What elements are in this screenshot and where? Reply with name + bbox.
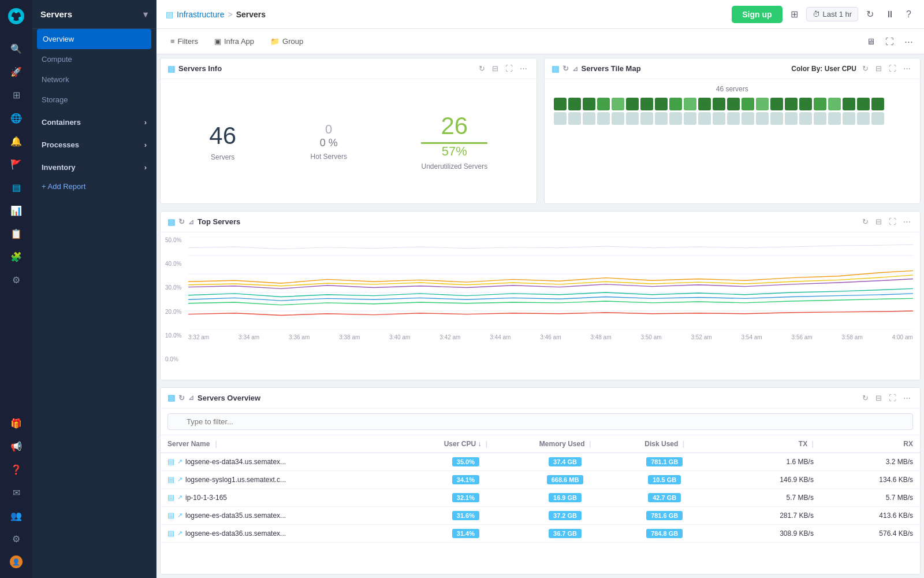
panel-minimize-btn[interactable]: ⊟ [490,63,501,74]
tile-item[interactable] [698,112,711,125]
nav-puzzle-icon[interactable]: 🧩 [6,246,27,267]
tile-item[interactable] [713,112,725,125]
nav-rocket-icon[interactable]: 🚀 [6,61,27,82]
tile-item[interactable] [871,98,884,110]
row-link-icon[interactable]: ↗ [177,476,182,483]
top-servers-expand-btn[interactable]: ⛶ [886,216,899,227]
tile-map-minimize-btn[interactable]: ⊟ [873,63,884,74]
table-row[interactable]: ▤ ↗ ip-10-1-3-165 32.1% 16.9 GB 42.7 GB … [161,489,920,507]
tile-item[interactable] [669,112,682,125]
tile-item[interactable] [799,112,812,125]
tile-item[interactable] [785,112,798,125]
tile-item[interactable] [828,98,841,110]
tile-item[interactable] [727,112,740,125]
tile-item[interactable] [655,112,668,125]
tile-item[interactable] [684,112,696,125]
nav-chart-icon[interactable]: 📊 [6,200,27,221]
tile-item[interactable] [612,98,624,110]
grid-view-button[interactable]: ⊞ [787,6,802,22]
tile-item[interactable] [612,112,624,125]
tile-item[interactable] [828,112,841,125]
row-link-icon[interactable]: ↗ [177,458,182,465]
table-row[interactable]: ▤ ↗ logsene-syslog1.us.sematext.c... 34.… [161,471,920,489]
tile-item[interactable] [843,112,855,125]
pause-button[interactable]: ⏸ [882,7,898,22]
row-link-icon[interactable]: ↗ [177,494,182,501]
nav-settings-icon[interactable]: ⚙ [6,528,27,549]
monitor-icon-btn[interactable]: 🖥 [862,34,879,49]
tile-item[interactable] [713,98,725,110]
tile-item[interactable] [568,98,581,110]
tile-map-more-btn[interactable]: ⋯ [901,63,913,74]
sidebar-item-inventory[interactable]: Inventory › [32,155,156,177]
table-row[interactable]: ▤ ↗ logsene-es-data36.us.sematex... 31.4… [161,525,920,543]
tile-item[interactable] [583,112,595,125]
sidebar-item-compute[interactable]: Compute [32,49,156,69]
tile-item[interactable] [684,98,696,110]
nav-flag-icon[interactable]: 🚩 [6,154,27,175]
tile-item[interactable] [756,98,769,110]
panel-refresh-btn[interactable]: ↻ [476,63,487,74]
tile-item[interactable] [640,98,653,110]
tile-item[interactable] [583,98,595,110]
tile-item[interactable] [742,112,754,125]
sidebar-item-overview[interactable]: Overview [37,29,151,49]
tile-item[interactable] [698,98,711,110]
tile-item[interactable] [756,112,769,125]
add-report-button[interactable]: + Add Report [32,177,156,195]
tile-item[interactable] [770,112,783,125]
nav-alert-icon[interactable]: 🔔 [6,131,27,151]
top-servers-minimize-btn[interactable]: ⊟ [873,216,884,227]
nav-team-icon[interactable]: 👥 [6,505,27,526]
overview-expand-btn[interactable]: ⛶ [886,392,899,403]
tile-item[interactable] [626,98,639,110]
group-button[interactable]: 📁 Group [263,34,310,49]
tile-map-refresh-btn[interactable]: ↻ [860,63,871,74]
tile-item[interactable] [785,98,798,110]
signup-button[interactable]: Sign up [732,6,782,23]
refresh-button[interactable]: ↻ [863,6,877,22]
tile-map-expand-btn[interactable]: ⛶ [886,63,899,74]
filters-button[interactable]: ≡ Filters [163,34,205,49]
tile-item[interactable] [597,112,610,125]
table-row[interactable]: ▤ ↗ logsene-es-data35.us.sematex... 31.6… [161,507,920,525]
expand-icon-btn[interactable]: ⛶ [881,34,898,49]
tile-item[interactable] [871,112,884,125]
tile-item[interactable] [640,112,653,125]
top-servers-refresh-btn[interactable]: ↻ [860,216,871,227]
panel-more-btn[interactable]: ⋯ [517,63,530,74]
nav-help-icon[interactable]: ❓ [6,459,27,480]
nav-gift-icon[interactable]: 🎁 [6,413,27,433]
app-logo[interactable] [6,6,27,27]
infra-app-button[interactable]: ▣ Infra App [207,34,261,49]
tile-item[interactable] [597,98,610,110]
sidebar-item-processes[interactable]: Processes › [32,132,156,155]
overview-minimize-btn[interactable]: ⊟ [873,392,884,403]
row-link-icon[interactable]: ↗ [177,512,182,519]
sidebar-item-containers[interactable]: Containers › [32,110,156,132]
tile-item[interactable] [742,98,754,110]
tile-item[interactable] [857,98,870,110]
table-row[interactable]: ▤ ↗ logsene-es-data34.us.sematex... 35.0… [161,453,920,471]
panel-expand-btn[interactable]: ⛶ [503,63,515,74]
time-range-badge[interactable]: ⏱ Last 1 hr [806,7,859,21]
tile-item[interactable] [568,112,581,125]
overview-refresh-btn[interactable]: ↻ [860,392,871,403]
nav-globe-icon[interactable]: 🌐 [6,108,27,128]
top-servers-more-btn[interactable]: ⋯ [901,216,913,227]
nav-avatar-icon[interactable]: 👤 [6,551,27,572]
filter-input[interactable] [167,413,913,430]
tile-item[interactable] [799,98,812,110]
sidebar-collapse-icon[interactable]: ▾ [143,9,148,20]
nav-apps-icon[interactable]: ⚙ [6,269,27,290]
nav-mail-icon[interactable]: ✉ [6,482,27,503]
tile-item[interactable] [857,112,870,125]
tile-item[interactable] [814,98,826,110]
more-options-btn[interactable]: ⋯ [900,34,917,49]
nav-report-icon[interactable]: 📋 [6,223,27,244]
nav-server-icon[interactable]: ▤ [6,177,27,198]
tile-item[interactable] [655,98,668,110]
tile-item[interactable] [814,112,826,125]
nav-grid-icon[interactable]: ⊞ [6,84,27,105]
tile-item[interactable] [770,98,783,110]
